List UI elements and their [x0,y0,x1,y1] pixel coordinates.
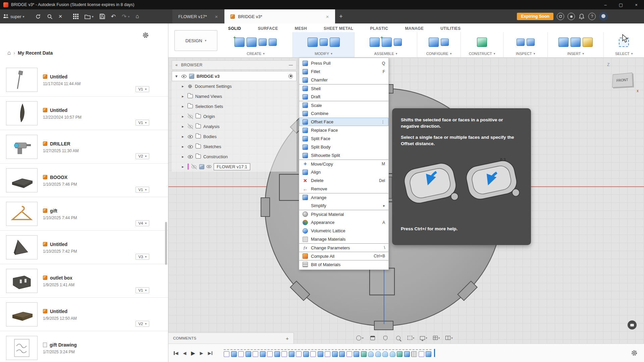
menu-item-replace-face[interactable]: Replace Face [299,126,388,134]
chevron-right-icon[interactable]: ▸ [180,165,185,169]
construct-dropdown[interactable]: CONSTRUCT▾ [469,52,495,56]
create-dropdown[interactable]: CREATE▾ [247,52,264,56]
version-dropdown[interactable]: V1▾ [136,187,149,193]
assemble-dropdown[interactable]: ASSEMBLE▾ [374,52,397,56]
menu-item-arrange[interactable]: Arrange [299,193,388,201]
tab-manage[interactable]: MANAGE [405,26,424,31]
close-tab-icon[interactable]: × [215,14,218,19]
press-pull-icon[interactable] [308,38,318,47]
new-component-icon[interactable] [234,38,245,47]
timeline-feature-icon[interactable] [274,351,280,357]
zoom-button[interactable] [393,334,403,342]
browser-node-origin[interactable]: ▸ Origin [172,111,297,121]
rigid-group-icon[interactable] [394,39,402,46]
timeline-feature-icon[interactable] [354,351,359,357]
minimize-window-button[interactable]: – [598,0,613,9]
visibility-eye-off-icon[interactable] [191,164,197,169]
minimize-panel-icon[interactable]: — [289,63,293,67]
measure-icon[interactable] [517,39,525,46]
timeline-feature-icon[interactable] [426,351,431,357]
user-workspace-menu[interactable]: super ▾ [0,9,28,23]
undo-button[interactable]: ↶ [108,9,119,23]
version-dropdown[interactable]: V1▾ [136,287,149,293]
tab-flower[interactable]: FLOWER v17* × [172,9,224,23]
timeline-feature-icon[interactable] [296,351,302,357]
timeline-settings-button[interactable] [631,349,638,358]
view-cube-front-face[interactable]: FRONT [612,73,633,88]
redo-button[interactable]: ↷ ▾ [119,9,132,23]
file-menu-button[interactable]: ▾ [82,9,97,23]
file-list-item[interactable]: DRILLER 1/27/2025 11:30 AM V2▾ [0,130,168,164]
visibility-eye-icon[interactable] [187,154,193,159]
display-settings-button[interactable]: ▾ [419,334,429,342]
apps-grid-button[interactable] [70,9,82,23]
configure-icon[interactable] [429,38,439,47]
menu-item-draft[interactable]: Draft [299,93,388,101]
menu-item-split-face[interactable]: Split Face [299,134,388,143]
activate-component-radio[interactable] [288,74,293,78]
version-dropdown[interactable]: V2▾ [136,153,149,159]
tab-utilities[interactable]: UTILITIES [440,26,461,31]
menu-item-physical-material[interactable]: Physical Material [299,210,388,218]
play-button[interactable]: ▶ [191,350,195,356]
home-icon[interactable]: ⌂ [7,50,11,56]
timeline-feature-icon[interactable] [246,351,251,357]
data-panel-settings-button[interactable] [142,32,149,40]
workspace-switcher-button[interactable]: DESIGN ▾ [174,30,217,51]
timeline-feature-icon[interactable] [238,351,244,357]
timeline-feature-icon[interactable] [390,351,395,357]
go-to-end-button[interactable]: ▶ [208,351,213,356]
chevron-right-icon[interactable]: ▸ [180,134,185,139]
menu-item-split-body[interactable]: Split Body [299,143,388,151]
menu-item-align[interactable]: Align [299,168,388,176]
chevron-down-icon[interactable]: ▾ [174,74,179,78]
tab-bridge-active[interactable]: BRIDGE v3* × [224,9,335,23]
menu-item-volumetric-lattice[interactable]: Volumetric Lattice [299,227,388,235]
pan-button[interactable] [380,334,390,342]
visibility-eye-off-icon[interactable] [187,124,193,129]
visibility-eye-off-icon[interactable] [187,114,193,119]
timeline-feature-icon[interactable] [224,351,229,357]
joint-icon[interactable] [370,38,380,47]
chevron-right-icon[interactable]: ▸ [180,124,185,129]
close-tab-icon[interactable]: × [326,14,329,19]
grid-settings-button[interactable]: ▾ [431,334,441,342]
job-status-button[interactable] [557,13,564,20]
timeline-feature-icon[interactable] [375,351,381,357]
menu-item-scale[interactable]: Scale [299,101,388,109]
menu-item-manage-materials[interactable]: Manage Materials [299,235,388,243]
new-tab-button[interactable]: + [335,9,347,23]
select-dropdown[interactable]: SELECT▾ [615,52,633,56]
timeline-feature-icon[interactable] [267,351,273,357]
timeline-feature-icon[interactable] [332,351,338,357]
chevron-right-icon[interactable]: ▸ [180,114,185,119]
browser-node-bodies[interactable]: ▸ Bodies [172,131,297,141]
timeline-feature-icon[interactable] [382,351,388,357]
home-view-button[interactable]: ⌂ [132,9,142,23]
step-forward-button[interactable]: ▶ [200,351,203,356]
combine-icon[interactable] [330,38,340,47]
close-window-button[interactable]: × [629,0,644,9]
menu-item-appearance[interactable]: AppearanceA [299,218,388,227]
file-list-item[interactable]: Untitled 12/22/2024 10:57 PM V1▾ [0,97,168,130]
browser-node-sketches[interactable]: ▸ Sketches [172,141,297,152]
version-dropdown[interactable]: V4▾ [136,220,149,226]
menu-item-bill-of-materials[interactable]: Bill of Materials [299,260,388,268]
extrude-icon[interactable] [247,38,257,47]
browser-node-flower-component[interactable]: ▸ FLOWER v17:1 [172,162,297,172]
timeline-feature-icon[interactable] [419,351,424,357]
notifications-button[interactable] [578,9,585,23]
chevron-right-icon[interactable]: ▸ [180,144,185,149]
timeline-feature-icon[interactable] [339,351,345,357]
visibility-eye-icon[interactable] [187,144,193,149]
menu-item-chamfer[interactable]: Chamfer [299,76,388,84]
menu-item-press-pull[interactable]: Press PullQ [299,59,388,67]
version-dropdown[interactable]: V3▾ [136,254,149,260]
browser-node-named-views[interactable]: ▸ Named Views [172,91,297,101]
tab-solid[interactable]: SOLID [228,26,241,31]
timeline-feature-icon[interactable] [260,351,266,357]
close-panel-button[interactable]: × [56,9,65,23]
component-name-edit[interactable]: FLOWER v17:1 [214,163,250,170]
menu-item-simplify[interactable]: Simplify▸ [299,201,388,210]
browser-node-document-settings[interactable]: ▸ Document Settings [172,81,297,91]
